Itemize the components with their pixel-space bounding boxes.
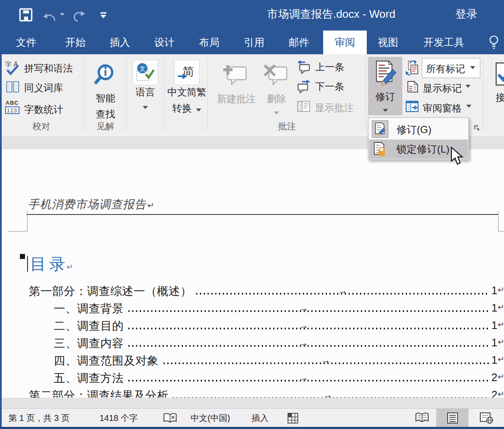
- track-changes-label: 修订: [368, 90, 402, 103]
- word-count-icon: ABC 123: [5, 100, 20, 115]
- lock-tracking-menu-icon: [373, 142, 386, 157]
- delete-dropdown-arrow: [274, 111, 279, 114]
- toc-entry-text: 二、调查目的: [54, 318, 124, 334]
- chinese-conversion-icon: 简: [177, 62, 197, 82]
- word-count-button[interactable]: ABC 123 字数统计: [5, 100, 63, 116]
- chinese-conversion-button[interactable]: 简 中文简繁 转换: [166, 58, 207, 115]
- undo-icon: [42, 10, 57, 22]
- menu-item-track-changes[interactable]: 修订(G): [369, 120, 468, 139]
- reviewing-pane-button[interactable]: 审阅窗格: [405, 100, 471, 115]
- toc-entry-page: 2: [491, 388, 497, 398]
- tab-view[interactable]: 视图: [373, 31, 403, 54]
- toc-entry-page: 2: [491, 371, 497, 384]
- language-button[interactable]: 文 语言: [128, 58, 162, 109]
- toc-dot-leader: [128, 328, 490, 329]
- toc-entry[interactable]: 二、调查目的 → 1 ↵: [2, 318, 504, 333]
- crop-mark-left-vertical: [27, 211, 28, 231]
- proofing-errors-icon: [163, 412, 177, 424]
- spelling-grammar-icon: 字 A: [5, 61, 20, 76]
- language-icon: 文: [136, 62, 155, 82]
- sign-in-button[interactable]: 登录: [455, 7, 477, 22]
- read-mode-button[interactable]: [408, 409, 436, 427]
- redo-icon: [72, 10, 86, 22]
- read-mode-icon: [415, 412, 429, 423]
- next-comment-label: 下一条: [315, 80, 344, 93]
- accept-button[interactable]: 接: [496, 62, 504, 104]
- toc-entry[interactable]: 第一部分：调查综述一（概述） → 1 ↵: [2, 284, 504, 298]
- page-indicator[interactable]: 第 1 页，共 3 页: [8, 409, 69, 427]
- tab-mailings[interactable]: 邮件: [284, 31, 314, 54]
- proofing-status-button[interactable]: [163, 412, 177, 424]
- toc-entry[interactable]: 一、调查背景 → 1 ↵: [2, 301, 504, 315]
- status-bar: 第 1 页，共 3 页 1418 个字 中文(中国) 插入: [0, 408, 504, 427]
- document-area: 手机消费市场调查报告↵ 目录↵ 第一部分：调查综述一（概述） → 1 ↵: [2, 136, 504, 408]
- toc-entry-page: 1: [491, 301, 497, 315]
- print-layout-icon: [446, 412, 459, 424]
- redo-button[interactable]: [72, 10, 86, 22]
- previous-comment-button[interactable]: 上一条: [297, 60, 344, 74]
- group-label-insights: 见解: [88, 120, 123, 132]
- print-layout-button[interactable]: [436, 409, 468, 427]
- paragraph-mark: ↵: [498, 285, 504, 295]
- show-markup-label: 显示标记: [423, 82, 462, 95]
- show-markup-button[interactable]: 显示标记: [407, 81, 471, 95]
- new-comment-label: 新建批注: [217, 92, 255, 106]
- toc-entry[interactable]: 四、调查范围及对象 → 1 ↵: [2, 353, 504, 368]
- crop-mark-right-horizontal: [498, 231, 504, 231]
- toc-entry[interactable]: 五、调查方法 → 2 ↵: [2, 370, 504, 385]
- macro-record-button[interactable]: [287, 412, 299, 424]
- tracking-dialog-launcher[interactable]: [474, 125, 480, 131]
- paragraph-mark: ↵: [498, 389, 504, 398]
- toc-entry-text: 三、调查内容: [54, 336, 124, 351]
- track-changes-button[interactable]: 修订: [368, 57, 402, 115]
- group-label-comments: 批注: [267, 120, 307, 132]
- insert-mode-indicator[interactable]: 插入: [252, 409, 269, 427]
- web-layout-button[interactable]: [468, 409, 504, 427]
- next-comment-button[interactable]: 下一条: [297, 80, 344, 93]
- tab-design[interactable]: 设计: [150, 31, 179, 54]
- toc-entry-page: 1: [491, 319, 497, 332]
- paragraph-mark: ↵: [498, 372, 504, 382]
- smart-lookup-button[interactable]: 智能 查找: [88, 58, 123, 121]
- undo-dropdown-arrow[interactable]: [60, 13, 64, 16]
- toc-entry-text: 五、调查方法: [54, 370, 124, 386]
- page-header-region: 手机消费市场调查报告↵: [29, 197, 154, 212]
- tab-insert[interactable]: 插入: [105, 31, 135, 54]
- language-indicator[interactable]: 中文(中国): [191, 409, 230, 427]
- thesaurus-button[interactable]: 同义词库: [6, 81, 63, 95]
- tab-developer[interactable]: 开发工具: [421, 31, 466, 54]
- new-comment-icon: [222, 62, 249, 90]
- tell-me-button[interactable]: [488, 35, 500, 50]
- toc-entry[interactable]: 三、调查内容 → 1 ↵: [2, 336, 504, 350]
- chinese-conversion-label-line2: 转换: [172, 103, 192, 114]
- paragraph-mark: ↵: [498, 302, 504, 312]
- tab-references[interactable]: 引用: [239, 31, 269, 54]
- tab-file[interactable]: 文件: [11, 31, 41, 54]
- toc-heading-text: 目录: [30, 255, 68, 273]
- customize-quick-access-button[interactable]: [100, 12, 107, 19]
- toc-entry[interactable]: 第二部分：调查结果及分析 → 2 ↵: [2, 388, 504, 398]
- tab-mark: →: [338, 285, 347, 296]
- toc-entry-page: 1: [491, 284, 497, 297]
- window-title: 市场调查报告.docx - Word: [208, 7, 455, 22]
- delete-comment-button[interactable]: 删除: [259, 58, 294, 114]
- tab-layout[interactable]: 布局: [194, 31, 224, 54]
- toc-dot-leader: [128, 310, 490, 312]
- title-bar: 市场调查报告.docx - Word 登录 文件 开始 插入 设计 布局 引用 …: [0, 0, 504, 54]
- tab-review[interactable]: 审阅: [323, 31, 367, 54]
- show-comments-icon: [297, 100, 310, 113]
- document-page[interactable]: 手机消费市场调查报告↵ 目录↵ 第一部分：调查综述一（概述） → 1 ↵: [2, 149, 504, 398]
- reviewing-pane-icon: [405, 100, 419, 112]
- spelling-grammar-button[interactable]: 字 A 拼写和语法: [5, 61, 73, 76]
- new-comment-button[interactable]: 新建批注: [217, 58, 255, 106]
- show-comments-button[interactable]: 显示批注: [297, 100, 354, 114]
- tab-home[interactable]: 开始: [61, 31, 90, 54]
- mouse-cursor: [450, 147, 465, 165]
- word-count-indicator[interactable]: 1418 个字: [100, 409, 138, 427]
- word-window: 市场调查报告.docx - Word 登录 文件 开始 插入 设计 布局 引用 …: [0, 0, 504, 429]
- toc-entry-text: 一、调查背景: [54, 301, 124, 316]
- toc-entry-page: 1: [491, 336, 497, 349]
- display-for-review-select[interactable]: 所有标记: [422, 58, 480, 78]
- undo-button[interactable]: [42, 10, 57, 22]
- save-button[interactable]: [19, 8, 33, 22]
